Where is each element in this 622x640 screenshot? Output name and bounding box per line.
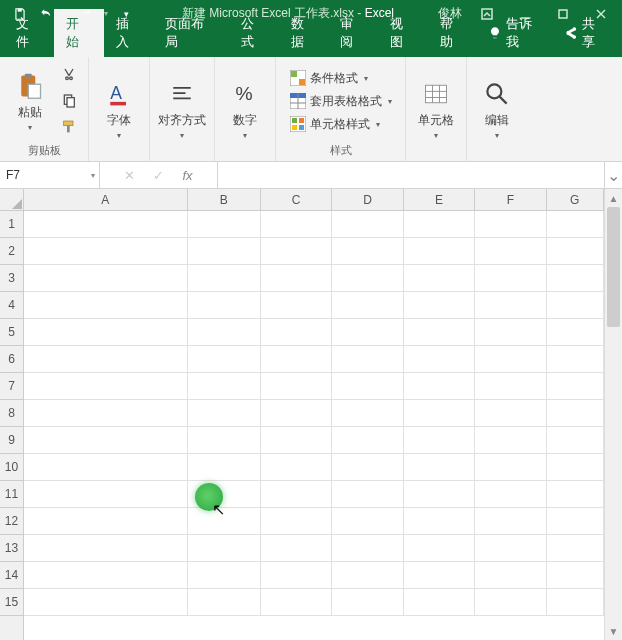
alignment-button[interactable]: 对齐方式 ▾: [158, 78, 206, 140]
cell[interactable]: [261, 562, 332, 589]
cell[interactable]: [547, 211, 605, 238]
cell[interactable]: [24, 427, 188, 454]
expand-formula-bar-icon[interactable]: ⌄: [604, 162, 622, 188]
number-button[interactable]: % 数字 ▾: [223, 78, 267, 140]
row-header[interactable]: 4: [0, 292, 23, 319]
cell[interactable]: [547, 481, 605, 508]
cell[interactable]: [475, 238, 546, 265]
cell[interactable]: [332, 211, 403, 238]
cell[interactable]: [24, 400, 188, 427]
column-header[interactable]: F: [475, 189, 546, 210]
cell[interactable]: [24, 589, 188, 616]
cell[interactable]: [547, 454, 605, 481]
copy-button[interactable]: [58, 90, 80, 112]
tab-file[interactable]: 文件: [4, 9, 54, 57]
cell[interactable]: [404, 373, 475, 400]
column-header[interactable]: G: [547, 189, 605, 210]
format-painter-button[interactable]: [58, 116, 80, 138]
cell[interactable]: [332, 238, 403, 265]
cell[interactable]: [404, 346, 475, 373]
cell[interactable]: [404, 535, 475, 562]
cell[interactable]: [188, 373, 261, 400]
redo-dropdown-icon[interactable]: ▾: [100, 2, 112, 26]
tab-review[interactable]: 审阅: [328, 9, 378, 57]
cell[interactable]: [332, 589, 403, 616]
row-header[interactable]: 9: [0, 427, 23, 454]
cell[interactable]: [547, 562, 605, 589]
cell[interactable]: [332, 292, 403, 319]
cell[interactable]: [547, 427, 605, 454]
row-header[interactable]: 3: [0, 265, 23, 292]
cell[interactable]: [261, 589, 332, 616]
tab-formulas[interactable]: 公式: [229, 9, 279, 57]
cell[interactable]: [188, 562, 261, 589]
column-header[interactable]: C: [261, 189, 332, 210]
scrollbar-thumb[interactable]: [607, 207, 620, 327]
cell[interactable]: [261, 265, 332, 292]
cell[interactable]: [261, 346, 332, 373]
select-all-corner[interactable]: [0, 189, 24, 211]
cell[interactable]: [24, 562, 188, 589]
cell[interactable]: [188, 319, 261, 346]
cell[interactable]: [475, 346, 546, 373]
column-header[interactable]: B: [188, 189, 261, 210]
redo-icon[interactable]: [74, 2, 98, 26]
tell-me[interactable]: 告诉我: [478, 9, 555, 57]
cell[interactable]: [404, 292, 475, 319]
cell[interactable]: [332, 319, 403, 346]
format-as-table-button[interactable]: 套用表格格式▾: [290, 93, 392, 110]
row-header[interactable]: 6: [0, 346, 23, 373]
row-header[interactable]: 12: [0, 508, 23, 535]
cell[interactable]: [475, 454, 546, 481]
cell[interactable]: [404, 508, 475, 535]
enter-formula-icon[interactable]: ✓: [153, 168, 164, 183]
cell[interactable]: [261, 400, 332, 427]
cell-grid[interactable]: [24, 211, 604, 640]
cell[interactable]: [547, 589, 605, 616]
cell[interactable]: [404, 400, 475, 427]
cell[interactable]: [24, 319, 188, 346]
cell[interactable]: [332, 562, 403, 589]
cell[interactable]: [547, 265, 605, 292]
paste-button[interactable]: 粘贴 ▾: [8, 70, 52, 132]
cell[interactable]: [188, 265, 261, 292]
cell[interactable]: [475, 535, 546, 562]
cut-button[interactable]: [58, 64, 80, 86]
cell[interactable]: [475, 292, 546, 319]
share-button[interactable]: 共享: [554, 9, 618, 57]
cell[interactable]: [475, 319, 546, 346]
cell[interactable]: [475, 589, 546, 616]
cell[interactable]: [547, 319, 605, 346]
cell[interactable]: [24, 508, 188, 535]
cell[interactable]: [404, 454, 475, 481]
vertical-scrollbar[interactable]: ▲ ▼: [604, 189, 622, 640]
cell[interactable]: [188, 238, 261, 265]
cell[interactable]: [188, 589, 261, 616]
formula-bar[interactable]: [218, 162, 604, 188]
cell[interactable]: [188, 454, 261, 481]
cell[interactable]: [404, 211, 475, 238]
cell[interactable]: [261, 319, 332, 346]
cell[interactable]: [24, 292, 188, 319]
cell[interactable]: [188, 427, 261, 454]
name-box[interactable]: F7 ▾: [0, 162, 100, 188]
cell[interactable]: [188, 346, 261, 373]
tab-pagelayout[interactable]: 页面布局: [153, 9, 229, 57]
cell[interactable]: [24, 481, 188, 508]
cell[interactable]: [261, 292, 332, 319]
cell[interactable]: [261, 508, 332, 535]
cell[interactable]: [547, 373, 605, 400]
cell[interactable]: [404, 562, 475, 589]
cell[interactable]: [188, 400, 261, 427]
column-header[interactable]: E: [404, 189, 475, 210]
cell[interactable]: [475, 373, 546, 400]
cell[interactable]: [24, 346, 188, 373]
cell[interactable]: [547, 292, 605, 319]
cell[interactable]: [261, 535, 332, 562]
tab-data[interactable]: 数据: [279, 9, 329, 57]
cell[interactable]: [475, 508, 546, 535]
cells-button[interactable]: 单元格 ▾: [414, 78, 458, 140]
scroll-down-icon[interactable]: ▼: [605, 622, 622, 640]
cell[interactable]: [261, 373, 332, 400]
cell[interactable]: [475, 211, 546, 238]
